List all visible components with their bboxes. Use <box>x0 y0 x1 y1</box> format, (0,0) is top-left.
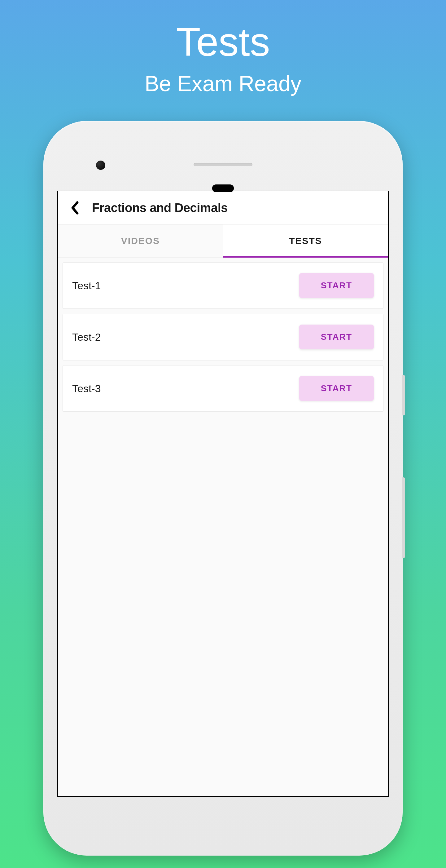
start-button[interactable]: START <box>299 324 374 349</box>
promo-title: Tests <box>176 19 270 65</box>
tabs: VIDEOS TESTS <box>58 224 388 258</box>
tab-videos[interactable]: VIDEOS <box>58 224 223 257</box>
phone-power-button <box>402 477 405 558</box>
test-row: Test-2 START <box>63 314 383 360</box>
test-name: Test-2 <box>72 331 101 343</box>
test-row: Test-3 START <box>63 365 383 412</box>
test-name: Test-3 <box>72 382 101 395</box>
test-row: Test-1 START <box>63 262 383 309</box>
phone-volume-button <box>402 375 405 415</box>
back-button[interactable] <box>67 200 83 215</box>
start-button[interactable]: START <box>299 273 374 298</box>
phone-sensor-pill <box>212 184 234 192</box>
chevron-left-icon <box>70 201 79 215</box>
tab-tests[interactable]: TESTS <box>223 224 388 257</box>
promo-subtitle: Be Exam Ready <box>145 71 301 96</box>
phone-frame: Fractions and Decimals VIDEOS TESTS Test… <box>43 121 403 856</box>
test-name: Test-1 <box>72 280 101 292</box>
test-list: Test-1 START Test-2 START Test-3 START <box>58 258 388 796</box>
phone-screen: Fractions and Decimals VIDEOS TESTS Test… <box>57 191 389 797</box>
app-header: Fractions and Decimals <box>58 191 388 224</box>
phone-camera <box>96 161 105 170</box>
page-title: Fractions and Decimals <box>92 201 228 215</box>
start-button[interactable]: START <box>299 376 374 401</box>
